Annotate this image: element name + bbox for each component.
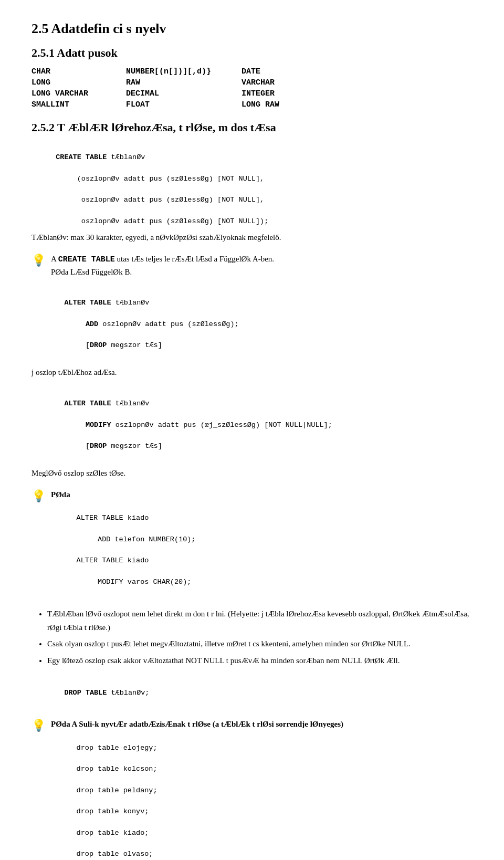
dtype-smallint: SMALLINT <box>32 100 126 109</box>
tip2-code: ALTER TABLE kiado ADD telefon NUMBER(10)… <box>51 502 195 598</box>
tip-icon-3: 💡 <box>32 719 46 732</box>
alter-add-section: ALTER TABLE tÆblanØv ADD oszlopnØv adatt… <box>32 287 472 379</box>
section-2-title: 2.5.2 T ÆblÆR lØrehozÆsa, t rlØse, m dos… <box>32 121 472 134</box>
bullet-item-1: TÆblÆban lØvő oszlopot nem lehet direkt … <box>47 607 472 634</box>
dtype-decimal: DECIMAL <box>126 89 242 98</box>
alter-add-note: j oszlop tÆblÆhoz adÆsa. <box>32 366 472 379</box>
create-table-note: TÆblanØv: max 30 karakter, egyedi, a nØv… <box>32 231 472 244</box>
tip-icon-1: 💡 <box>32 254 46 267</box>
tip-text-2: PØda ALTER TABLE kiado ADD telefon NUMBE… <box>51 489 195 603</box>
tip-box-2: 💡 PØda ALTER TABLE kiado ADD telefon NUM… <box>32 489 472 603</box>
tip-box-1: 💡 A CREATE TABLE utas tÆs teljes le rÆsÆ… <box>32 253 472 278</box>
drop-table-example: drop table elojegy; drop table kolcson; … <box>51 732 343 861</box>
bullet-item-2: Csak olyan oszlop t pusÆt lehet megvÆlto… <box>47 637 472 651</box>
dtype-number: NUMBER[(n[])][,d)} <box>126 67 242 76</box>
bullet-list: TÆblÆban lØvő oszlopot nem lehet direkt … <box>47 607 472 667</box>
dtype-float: FLOAT <box>126 100 242 109</box>
drop-table-code: DROP TABLE tÆblanØv; <box>47 677 472 709</box>
alter-add-code: ALTER TABLE tÆblanØv ADD oszlopnØv adatt… <box>47 287 472 362</box>
dtype-long-raw: LONG RAW <box>242 100 336 109</box>
bullet-item-3: Egy lØtező oszlop csak akkor vÆltoztatha… <box>47 654 472 668</box>
tip-box-3: 💡 PØda A Suli-k nyvtÆr adatbÆzisÆnak t r… <box>32 718 472 860</box>
tip-text-3: PØda A Suli-k nyvtÆr adatbÆzisÆnak t rlØ… <box>51 718 343 860</box>
dtype-long: LONG <box>32 78 126 87</box>
dtype-char: CHAR <box>32 67 126 76</box>
drop-table-tip: PØda A Suli-k nyvtÆr adatbÆzisÆnak t rlØ… <box>51 720 343 728</box>
alter-modify-section: ALTER TABLE tÆblanØv MODIFY oszlopnØv ad… <box>32 388 472 479</box>
create-table-code: CREATE TABLE tÆblanØv (oszlopnØv adatt p… <box>47 142 472 227</box>
drop-table-section: DROP TABLE tÆblanØv; <box>32 677 472 709</box>
tip2-title: PØda <box>51 490 70 499</box>
section-1-title: 2.5.1 Adatt pusok <box>32 46 472 60</box>
alter-modify-code: ALTER TABLE tÆblanØv MODIFY oszlopnØv ad… <box>47 388 472 463</box>
chapter-title: 2.5 Adatdefin ci s nyelv <box>32 21 472 37</box>
dtype-long-varchar: LONG VARCHAR <box>32 89 126 98</box>
dtype-varchar: VARCHAR <box>242 78 336 87</box>
datatype-table: CHAR NUMBER[(n[])][,d)} DATE LONG RAW VA… <box>32 67 472 109</box>
tip-text-1: A CREATE TABLE utas tÆs teljes le rÆsÆt … <box>51 253 274 278</box>
dtype-raw: RAW <box>126 78 242 87</box>
tip-icon-2: 💡 <box>32 490 46 502</box>
dtype-integer: INTEGER <box>242 89 336 98</box>
alter-modify-note: MeglØvő oszlop szØles tØse. <box>32 467 472 479</box>
dtype-date: DATE <box>242 67 336 76</box>
